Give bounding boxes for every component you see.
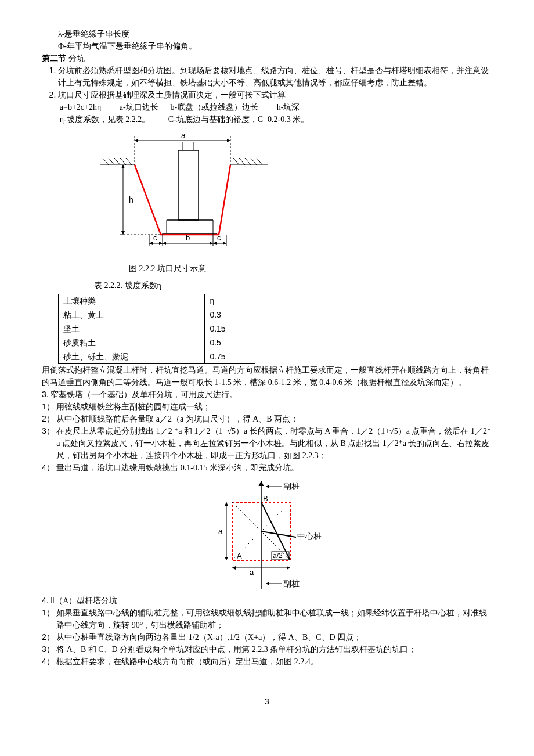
i4s1-num: 1） — [42, 608, 55, 617]
lbl-bottom: 副桩 — [283, 579, 300, 588]
pit-diagram-svg: a h c b c — [100, 130, 274, 258]
dim-c1: c — [153, 233, 157, 242]
formula-line2: η-坡度系数，见表 2.2.2。 C-坑底边与基础的裕度，C=0.2-0.3 米… — [42, 113, 492, 125]
svg-line-11 — [257, 158, 262, 165]
sub1-text: 用弦线或细铁丝将主副桩的园钉连成一线； — [56, 402, 211, 411]
dim-c2: c — [217, 233, 221, 242]
th-eta: η — [205, 294, 255, 308]
table-row: 砂质粘土0.5 — [59, 336, 255, 350]
i4s3-num: 3） — [42, 645, 55, 654]
def-phi: Φ-年平均气温下悬垂绝缘子串的偏角。 — [42, 40, 492, 52]
svg-line-3 — [114, 158, 120, 165]
svg-rect-12 — [178, 150, 199, 220]
svg-line-7 — [233, 158, 239, 165]
svg-line-8 — [239, 158, 245, 165]
dim-b: b — [186, 233, 190, 242]
item2-num: 2. — [49, 90, 56, 99]
sub2-text: 从中心桩顺线路前后各量取 a／2（a 为坑口尺寸），得 A、B 两点； — [56, 415, 298, 423]
svg-line-9 — [245, 158, 251, 165]
svg-line-2 — [109, 158, 114, 165]
lbl-a2: a/2 — [273, 552, 283, 560]
section2-title-body: 分坑 — [68, 54, 85, 63]
slope-table: 土壤种类 η 粘土、黄土0.3 坚土0.15 砂质粘土0.5 砂土、砾土、淤泥0… — [58, 294, 255, 364]
svg-line-5 — [126, 158, 132, 165]
lbl-center: 中心桩 — [297, 532, 322, 541]
square-pit-svg: 副桩 B 中心桩 a A a/2 a 副桩 — [203, 476, 331, 592]
item4-num: 4. — [42, 596, 49, 605]
dim-a: a — [181, 131, 186, 140]
item3-num: 3. — [42, 390, 49, 399]
after-table-para: 用倒落式抱杆整立混凝土杆时，杆坑宜挖马道。马道的方向应根据立杆施工要求而定，一般… — [42, 364, 492, 388]
svg-line-1 — [103, 158, 109, 165]
lbl-a-bot: a — [250, 568, 254, 577]
figure-2-2-2: a h c b c — [100, 130, 492, 258]
table-row: 砂土、砾土、淤泥0.75 — [59, 350, 255, 364]
sub3-text: 在皮尺上从零点起分别找出 1／2 *a 和 1／2（1+√5）a 长的两点，时零… — [56, 427, 491, 460]
lbl-B: B — [263, 494, 268, 503]
i4s4-text: 根据立杆要求，在线路中心线方向向前（或向后）定出马道，如图 2.2.4。 — [56, 657, 319, 666]
page-number: 3 — [42, 696, 492, 708]
svg-line-4 — [120, 158, 126, 165]
table-row: 土壤种类 η — [59, 294, 255, 308]
i4s2-text: 从中心桩垂直线路方向向两边各量出 1/2（X-a）,1/2（X+a），得 A、B… — [56, 633, 362, 642]
dim-h: h — [129, 195, 134, 204]
table222-caption: 表 2.2.2. 坡度系数η — [42, 279, 492, 291]
item4-text: Ⅱ（A）型杆塔分坑 — [50, 596, 117, 605]
sub4-num: 4） — [42, 463, 55, 472]
formula-line1: a=b+2c+2hη a-坑口边长 b-底盘（或拉线盘）边长 h-坑深 — [42, 101, 492, 113]
section2-title-prefix: 第二节 — [42, 54, 66, 63]
sub3-num: 3） — [42, 426, 55, 435]
sub4-text: 量出马道，沿坑口边缘用铁敲挑出 0.1-0.15 米深小沟，即完成分坑。 — [56, 463, 299, 472]
svg-line-10 — [251, 158, 257, 165]
fig222-caption: 图 2.2.2 坑口尺寸示意 — [42, 262, 492, 275]
table-row: 粘土、黄土0.3 — [59, 308, 255, 322]
item2-text: 坑口尺寸应根据基础埋深及土质情况而决定，一般可按下式计算 — [58, 91, 286, 99]
def-lambda: λ-悬垂绝缘子串长度 — [42, 28, 492, 40]
sub1-num: 1） — [42, 402, 55, 411]
item3-text: 窄基铁塔（一个基础）及单杆分坑，可用皮尺进行。 — [50, 390, 237, 399]
lbl-top: 副桩 — [283, 482, 300, 491]
i4s4-num: 4） — [42, 657, 55, 666]
i4s3-text: 将 A、B 和 C、D 分别看成两个单坑对应的中点，用第 2.2.3 条单杆分坑… — [56, 645, 416, 654]
lbl-a-left: a — [218, 527, 223, 536]
i4s1-text: 如果垂直线路中心线的辅助桩完整，可用弦线或细铁线把辅助桩和中心桩联成一线；如果经… — [56, 609, 487, 629]
lbl-A: A — [237, 552, 242, 560]
item1-text: 分坑前必须熟悉杆型图和分坑图。到现场后要核对地点、线路方向、桩位、桩号、杆型是否… — [58, 66, 489, 87]
i4s2-num: 2） — [42, 632, 55, 642]
figure-2-2-3: 副桩 B 中心桩 a A a/2 a 副桩 — [203, 476, 331, 592]
th-soil: 土壤种类 — [59, 294, 205, 308]
sub2-num: 2） — [42, 414, 55, 423]
item1-num: 1. — [49, 66, 56, 75]
table-row: 坚土0.15 — [59, 322, 255, 336]
